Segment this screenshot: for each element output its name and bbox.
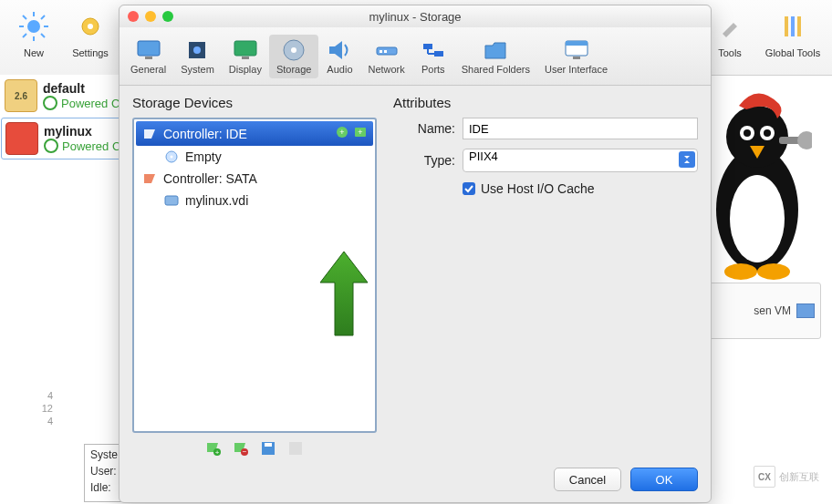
watermark: CX 创新互联 (754, 466, 819, 488)
tree-controller-ide[interactable]: Controller: IDE + + (136, 121, 373, 146)
vm-status: Powered C (43, 96, 120, 110)
svg-rect-39 (434, 51, 443, 57)
name-label: Name: (393, 121, 455, 136)
svg-point-25 (797, 131, 812, 149)
sun-icon (16, 9, 51, 44)
tab-system[interactable]: System (173, 35, 222, 78)
tab-storage[interactable]: Storage (269, 35, 319, 78)
svg-point-18 (744, 129, 751, 137)
display-icon (232, 36, 259, 64)
svg-rect-62 (265, 443, 272, 447)
hard-disk-icon (163, 193, 180, 208)
svg-rect-43 (566, 41, 588, 46)
chevron-down-icon (679, 151, 695, 168)
svg-rect-44 (573, 57, 580, 59)
modal-titlebar[interactable]: mylinux - Storage (120, 5, 711, 27)
tab-label: General (130, 64, 166, 75)
tab-label: Display (229, 64, 262, 75)
section-title: Attributes (393, 95, 698, 110)
gear-icon (73, 9, 108, 44)
preview-thumb-icon (796, 303, 815, 318)
svg-text:+: + (339, 128, 344, 137)
svg-rect-31 (242, 57, 249, 59)
tools-label: Tools (718, 47, 742, 58)
svg-marker-45 (144, 129, 155, 139)
add-optical-icon[interactable]: + (335, 125, 349, 142)
network-icon (373, 36, 400, 64)
tab-audio[interactable]: Audio (318, 35, 360, 78)
tree-vdi-file[interactable]: mylinux.vdi (136, 190, 373, 211)
tab-user-interface[interactable]: User Interface (537, 35, 615, 78)
svg-rect-11 (785, 16, 788, 36)
cancel-button[interactable]: Cancel (554, 468, 621, 491)
svg-rect-27 (145, 57, 152, 59)
vm-name: mylinux (44, 124, 120, 139)
disk-icon (280, 36, 307, 64)
penguin-mascot (702, 73, 812, 283)
controller-icon (141, 127, 158, 141)
svg-rect-63 (289, 442, 302, 455)
tab-label: Storage (276, 64, 312, 75)
ok-button[interactable]: OK (630, 468, 698, 491)
svg-line-6 (41, 34, 45, 37)
vm-name: default (43, 81, 120, 96)
host-io-cache-checkbox[interactable] (463, 182, 475, 195)
modal-title: mylinux - Storage (120, 10, 711, 24)
modal-toolbar: General System Display Storage Audio Net… (120, 27, 711, 86)
floppy-icon[interactable] (260, 440, 276, 457)
modal-body: Storage Devices Controller: IDE + + Empt… (120, 86, 711, 460)
tab-network[interactable]: Network (360, 35, 411, 78)
tree-controller-sata[interactable]: Controller: SATA (136, 168, 373, 190)
svg-marker-52 (144, 174, 155, 183)
svg-marker-54 (320, 252, 368, 335)
vm-status: Powered C (44, 139, 120, 153)
svg-point-29 (193, 46, 201, 54)
new-button[interactable]: New (7, 4, 60, 58)
storage-tree[interactable]: Controller: IDE + + Empty Controller: SA… (132, 118, 377, 433)
svg-text:+: + (215, 448, 220, 457)
remove-controller-icon[interactable]: − (233, 440, 249, 457)
svg-rect-30 (234, 41, 256, 56)
type-select[interactable]: PIIX4 (463, 149, 698, 172)
tree-label: mylinux.vdi (185, 193, 248, 208)
svg-rect-26 (138, 41, 160, 56)
tab-label: System (181, 64, 214, 75)
tab-display[interactable]: Display (222, 35, 269, 78)
tab-general[interactable]: General (123, 35, 173, 78)
attributes-panel: Attributes Name: Type: PIIX4 Use Host I/ (393, 95, 698, 460)
ports-icon (420, 36, 447, 64)
global-tools-button[interactable]: Global Tools (761, 4, 825, 58)
svg-rect-38 (423, 44, 432, 49)
name-input[interactable] (463, 118, 698, 139)
tree-label: Controller: SATA (163, 171, 257, 186)
settings-button[interactable]: Settings (64, 4, 117, 58)
arrow-annotation (317, 252, 371, 343)
svg-point-51 (171, 156, 173, 159)
svg-rect-12 (791, 16, 795, 36)
tab-label: User Interface (545, 64, 608, 75)
tree-label: Empty (185, 149, 222, 164)
tab-label: Shared Folders (462, 64, 530, 75)
tab-label: Ports (421, 64, 445, 75)
folder-icon (482, 36, 509, 64)
tree-empty-drive[interactable]: Empty (136, 146, 373, 168)
svg-line-5 (23, 15, 26, 19)
svg-marker-34 (329, 41, 342, 59)
tab-ports[interactable]: Ports (412, 35, 454, 78)
svg-line-8 (23, 34, 26, 37)
line-numbers: 4 12 4 (16, 386, 58, 427)
monitor-icon (135, 36, 162, 64)
add-controller-icon[interactable]: + (205, 440, 222, 457)
vm-entry-default[interactable]: 2.6 default Powered C (0, 75, 137, 117)
new-label: New (24, 47, 44, 58)
vm-entry-mylinux[interactable]: mylinux Powered C (1, 118, 136, 159)
ui-icon (563, 36, 590, 64)
tree-label: Controller: IDE (163, 127, 247, 141)
global-tools-label: Global Tools (765, 47, 820, 58)
global-tools-icon (775, 9, 810, 44)
watermark-icon: CX (754, 466, 775, 488)
add-hard-disk-icon[interactable]: + (353, 125, 368, 142)
tab-label: Network (368, 64, 404, 75)
svg-marker-65 (684, 160, 690, 163)
tab-shared-folders[interactable]: Shared Folders (454, 35, 537, 78)
